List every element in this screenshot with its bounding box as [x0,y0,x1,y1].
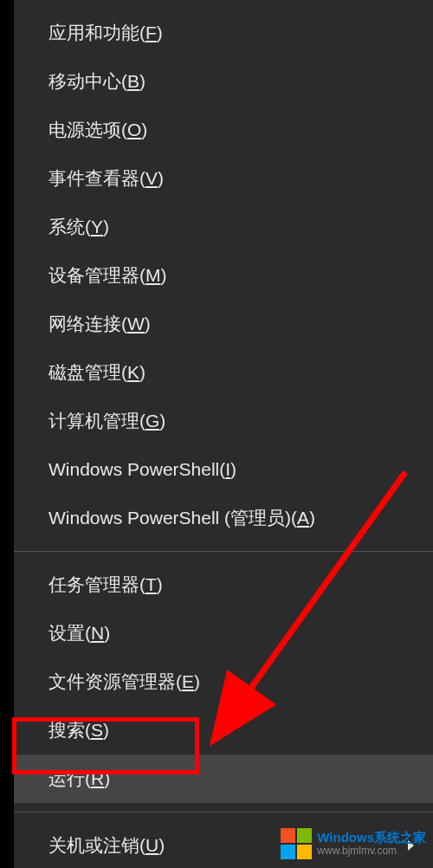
watermark-url: www.bjmlmv.com [317,845,426,857]
menu-accelerator: O [127,120,141,140]
menu-item-power-options[interactable]: 电源选项(O) [14,106,433,154]
menu-item-system[interactable]: 系统(Y) [14,203,433,251]
menu-label: 电源选项( [48,118,127,142]
menu-item-task-manager[interactable]: 任务管理器(T) [14,560,433,609]
menu-separator [14,551,433,552]
menu-label-suffix: ) [158,835,165,856]
menu-label-suffix: ) [159,411,165,431]
menu-accelerator: F [145,23,157,43]
menu-item-network-connections[interactable]: 网络连接(W) [14,300,433,348]
menu-accelerator: B [127,71,139,92]
menu-label-suffix: ) [103,217,109,237]
menu-accelerator: A [297,508,309,528]
menu-label-suffix: ) [139,71,145,92]
menu-label-suffix: ) [309,508,315,528]
menu-item-file-explorer[interactable]: 文件资源管理器(E) [14,657,433,706]
menu-item-mobility-center[interactable]: 移动中心(B) [14,57,433,106]
menu-label: 关机或注销( [48,833,145,858]
menu-label: 设置( [48,621,91,645]
menu-label-suffix: ) [194,671,200,692]
menu-accelerator: S [91,720,103,741]
menu-item-computer-management[interactable]: 计算机管理(G) [14,397,433,445]
menu-label: 文件资源管理器( [48,670,182,694]
menu-item-run[interactable]: 运行(R) [14,755,433,803]
windows-logo-icon [281,828,312,859]
menu-accelerator: N [91,623,104,644]
menu-accelerator: U [145,835,158,856]
menu-item-event-viewer[interactable]: 事件查看器(V) [14,154,433,203]
menu-accelerator: Y [91,217,103,237]
menu-label-suffix: ) [157,574,163,595]
menu-label-suffix: ) [230,459,236,480]
menu-label: Windows PowerShell (管理员)( [48,506,297,530]
menu-accelerator: M [145,265,161,286]
menu-item-apps-features[interactable]: 应用和功能(F) [14,9,433,57]
menu-label: 系统( [48,215,91,239]
menu-label: 移动中心( [48,69,127,94]
menu-label: 事件查看器( [48,166,145,191]
menu-label: 应用和功能( [48,21,145,45]
menu-label: 计算机管理( [48,409,145,433]
menu-label-suffix: ) [139,362,145,383]
menu-accelerator: R [91,768,104,789]
menu-label-suffix: ) [161,265,167,286]
menu-item-disk-management[interactable]: 磁盘管理(K) [14,348,433,397]
menu-accelerator: W [127,314,145,334]
menu-label: 磁盘管理( [48,360,127,385]
menu-label-suffix: ) [157,23,163,43]
menu-label-suffix: ) [104,623,110,644]
menu-accelerator: E [182,671,194,692]
watermark-title: Windows系统之家 [317,831,426,845]
menu-accelerator: T [145,574,157,595]
winx-context-menu: 应用和功能(F) 移动中心(B) 电源选项(O) 事件查看器(V) 系统(Y) … [14,0,433,868]
menu-separator [14,812,433,813]
menu-item-powershell[interactable]: Windows PowerShell(I) [14,445,433,494]
menu-label-suffix: ) [145,314,151,334]
menu-label: 运行( [48,767,91,791]
menu-label: 任务管理器( [48,573,145,597]
menu-label: Windows PowerShell( [48,459,225,480]
menu-accelerator: K [127,362,139,383]
menu-label-suffix: ) [104,768,110,789]
menu-item-search[interactable]: 搜索(S) [14,706,433,755]
menu-label-suffix: ) [158,168,164,189]
menu-item-settings[interactable]: 设置(N) [14,609,433,657]
menu-accelerator: V [145,168,158,189]
menu-accelerator: G [145,411,159,431]
menu-label: 搜索( [48,718,91,742]
menu-label-suffix: ) [141,120,147,140]
menu-item-device-manager[interactable]: 设备管理器(M) [14,251,433,300]
menu-label-suffix: ) [103,720,109,741]
menu-label: 网络连接( [48,312,127,336]
menu-label: 设备管理器( [48,263,145,288]
menu-item-powershell-admin[interactable]: Windows PowerShell (管理员)(A) [14,494,433,542]
watermark: Windows系统之家 www.bjmlmv.com [281,828,426,859]
